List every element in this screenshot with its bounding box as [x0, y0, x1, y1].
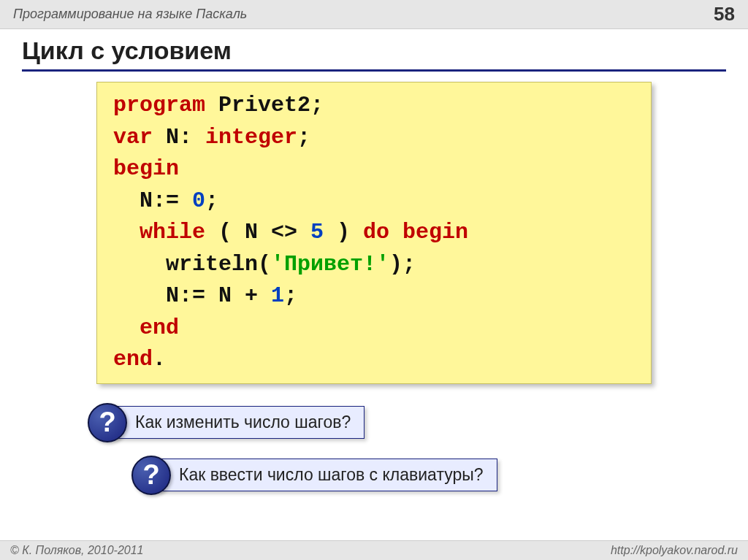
question-callout-1: ? Как изменить число шагов?: [88, 403, 726, 442]
code-text: ;: [284, 283, 297, 308]
header-title: Программирование на языке Паскаль: [13, 7, 247, 22]
code-line: end.: [113, 344, 635, 376]
footer-bar: © К. Поляков, 2010-2011 http://kpolyakov…: [0, 540, 748, 560]
code-text: .: [153, 347, 166, 372]
keyword: program: [113, 93, 205, 118]
code-line: begin: [113, 153, 635, 185]
code-text: Privet2;: [205, 93, 324, 118]
code-text: ;: [205, 188, 218, 213]
keyword: integer: [205, 125, 297, 150]
keyword: begin: [113, 156, 179, 181]
page-number: 58: [714, 3, 739, 26]
code-line: N:= N + 1;: [113, 280, 635, 312]
code-line: N:= 0;: [113, 185, 635, 218]
code-text: ;: [297, 125, 310, 150]
code-text: N:: [153, 125, 205, 150]
keyword: end: [113, 347, 153, 372]
keyword: end: [140, 315, 179, 340]
number: 5: [310, 220, 324, 245]
code-text: N:=: [113, 188, 192, 213]
code-line: var N: integer;: [113, 122, 635, 154]
code-text: );: [389, 252, 416, 277]
question-text: Как изменить число шагов?: [112, 406, 365, 439]
footer-copyright: © К. Поляков, 2010-2011: [10, 544, 143, 557]
code-line: program Privet2;: [113, 90, 635, 122]
code-text: writeln(: [113, 252, 271, 277]
code-text: N:= N +: [113, 283, 271, 308]
question-text: Как ввести число шагов с клавиатуры?: [156, 459, 497, 491]
code-text: ): [324, 220, 363, 245]
header-bar: Программирование на языке Паскаль 58: [0, 0, 748, 29]
footer-url: http://kpolyakov.narod.ru: [611, 544, 738, 557]
string: 'Привет!': [271, 252, 389, 277]
code-line: writeln('Привет!');: [113, 249, 635, 281]
question-callout-2: ? Как ввести число шагов с клавиатуры?: [131, 456, 726, 495]
question-icon: ?: [131, 456, 171, 495]
code-text: [113, 220, 140, 245]
keyword: while: [140, 220, 205, 245]
code-text: [113, 315, 140, 340]
question-icon: ?: [88, 403, 127, 442]
slide-title: Цикл с условием: [22, 37, 726, 72]
code-line: end: [113, 312, 635, 345]
code-block: program Privet2; var N: integer; begin N…: [96, 82, 652, 384]
code-text: ( N <>: [205, 220, 310, 245]
keyword: var: [113, 125, 153, 150]
keyword: do begin: [363, 220, 468, 245]
code-line: while ( N <> 5 ) do begin: [113, 217, 635, 249]
number: 1: [271, 283, 284, 308]
slide-body: Цикл с условием program Privet2; var N: …: [0, 29, 748, 495]
number: 0: [192, 188, 205, 213]
